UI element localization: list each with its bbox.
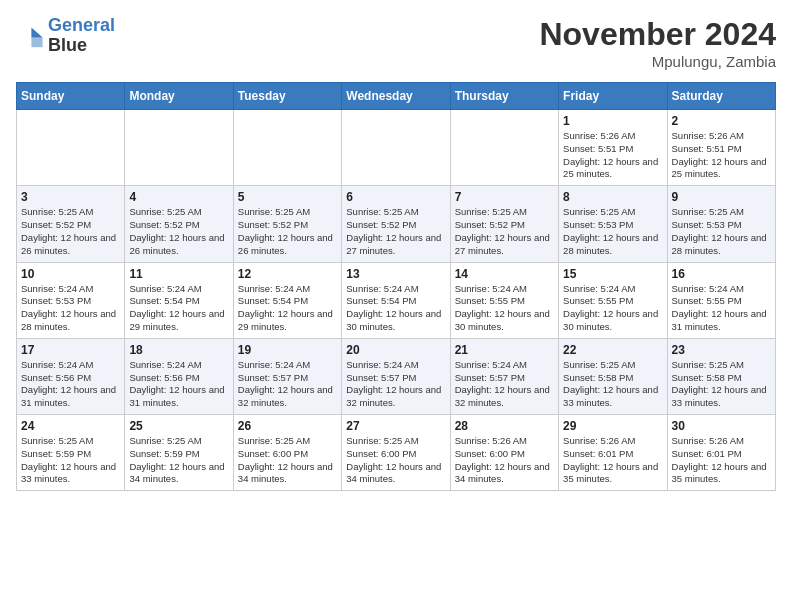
- calendar-day-cell: 20Sunrise: 5:24 AM Sunset: 5:57 PM Dayli…: [342, 338, 450, 414]
- weekday-header-row: SundayMondayTuesdayWednesdayThursdayFrid…: [17, 83, 776, 110]
- day-number: 20: [346, 343, 445, 357]
- day-number: 13: [346, 267, 445, 281]
- calendar-day-cell: 3Sunrise: 5:25 AM Sunset: 5:52 PM Daylig…: [17, 186, 125, 262]
- weekday-header: Friday: [559, 83, 667, 110]
- calendar-day-cell: 1Sunrise: 5:26 AM Sunset: 5:51 PM Daylig…: [559, 110, 667, 186]
- svg-marker-0: [31, 27, 42, 37]
- day-number: 9: [672, 190, 771, 204]
- day-number: 16: [672, 267, 771, 281]
- title-block: November 2024 Mpulungu, Zambia: [539, 16, 776, 70]
- weekday-header: Monday: [125, 83, 233, 110]
- day-info: Sunrise: 5:25 AM Sunset: 5:52 PM Dayligh…: [129, 206, 228, 257]
- calendar-day-cell: 10Sunrise: 5:24 AM Sunset: 5:53 PM Dayli…: [17, 262, 125, 338]
- day-number: 10: [21, 267, 120, 281]
- calendar-day-cell: 18Sunrise: 5:24 AM Sunset: 5:56 PM Dayli…: [125, 338, 233, 414]
- logo: General Blue: [16, 16, 115, 56]
- day-info: Sunrise: 5:24 AM Sunset: 5:56 PM Dayligh…: [129, 359, 228, 410]
- calendar-day-cell: [125, 110, 233, 186]
- day-number: 11: [129, 267, 228, 281]
- calendar-day-cell: 28Sunrise: 5:26 AM Sunset: 6:00 PM Dayli…: [450, 415, 558, 491]
- day-info: Sunrise: 5:26 AM Sunset: 6:01 PM Dayligh…: [672, 435, 771, 486]
- day-info: Sunrise: 5:25 AM Sunset: 6:00 PM Dayligh…: [238, 435, 337, 486]
- calendar-day-cell: 11Sunrise: 5:24 AM Sunset: 5:54 PM Dayli…: [125, 262, 233, 338]
- day-info: Sunrise: 5:24 AM Sunset: 5:57 PM Dayligh…: [346, 359, 445, 410]
- day-info: Sunrise: 5:24 AM Sunset: 5:55 PM Dayligh…: [672, 283, 771, 334]
- calendar-day-cell: [233, 110, 341, 186]
- calendar-day-cell: 14Sunrise: 5:24 AM Sunset: 5:55 PM Dayli…: [450, 262, 558, 338]
- calendar-week-row: 3Sunrise: 5:25 AM Sunset: 5:52 PM Daylig…: [17, 186, 776, 262]
- day-number: 28: [455, 419, 554, 433]
- calendar-day-cell: 29Sunrise: 5:26 AM Sunset: 6:01 PM Dayli…: [559, 415, 667, 491]
- day-info: Sunrise: 5:25 AM Sunset: 5:59 PM Dayligh…: [21, 435, 120, 486]
- month-title: November 2024: [539, 16, 776, 53]
- day-number: 14: [455, 267, 554, 281]
- calendar-day-cell: 16Sunrise: 5:24 AM Sunset: 5:55 PM Dayli…: [667, 262, 775, 338]
- calendar-week-row: 1Sunrise: 5:26 AM Sunset: 5:51 PM Daylig…: [17, 110, 776, 186]
- svg-marker-1: [31, 37, 42, 47]
- day-number: 23: [672, 343, 771, 357]
- day-info: Sunrise: 5:25 AM Sunset: 5:52 PM Dayligh…: [346, 206, 445, 257]
- day-number: 27: [346, 419, 445, 433]
- location-subtitle: Mpulungu, Zambia: [539, 53, 776, 70]
- day-info: Sunrise: 5:24 AM Sunset: 5:57 PM Dayligh…: [238, 359, 337, 410]
- day-number: 3: [21, 190, 120, 204]
- day-info: Sunrise: 5:26 AM Sunset: 6:00 PM Dayligh…: [455, 435, 554, 486]
- calendar-day-cell: 9Sunrise: 5:25 AM Sunset: 5:53 PM Daylig…: [667, 186, 775, 262]
- day-number: 17: [21, 343, 120, 357]
- calendar-day-cell: 23Sunrise: 5:25 AM Sunset: 5:58 PM Dayli…: [667, 338, 775, 414]
- day-info: Sunrise: 5:25 AM Sunset: 5:52 PM Dayligh…: [21, 206, 120, 257]
- calendar-day-cell: 26Sunrise: 5:25 AM Sunset: 6:00 PM Dayli…: [233, 415, 341, 491]
- page-header: General Blue November 2024 Mpulungu, Zam…: [16, 16, 776, 70]
- day-number: 8: [563, 190, 662, 204]
- weekday-header: Sunday: [17, 83, 125, 110]
- day-number: 12: [238, 267, 337, 281]
- calendar-day-cell: [450, 110, 558, 186]
- calendar-day-cell: 30Sunrise: 5:26 AM Sunset: 6:01 PM Dayli…: [667, 415, 775, 491]
- day-info: Sunrise: 5:26 AM Sunset: 5:51 PM Dayligh…: [672, 130, 771, 181]
- day-number: 1: [563, 114, 662, 128]
- day-info: Sunrise: 5:24 AM Sunset: 5:56 PM Dayligh…: [21, 359, 120, 410]
- weekday-header: Thursday: [450, 83, 558, 110]
- calendar-week-row: 10Sunrise: 5:24 AM Sunset: 5:53 PM Dayli…: [17, 262, 776, 338]
- day-number: 22: [563, 343, 662, 357]
- day-info: Sunrise: 5:25 AM Sunset: 5:53 PM Dayligh…: [563, 206, 662, 257]
- day-number: 24: [21, 419, 120, 433]
- day-info: Sunrise: 5:25 AM Sunset: 5:58 PM Dayligh…: [563, 359, 662, 410]
- calendar-day-cell: 19Sunrise: 5:24 AM Sunset: 5:57 PM Dayli…: [233, 338, 341, 414]
- day-number: 25: [129, 419, 228, 433]
- day-info: Sunrise: 5:26 AM Sunset: 5:51 PM Dayligh…: [563, 130, 662, 181]
- calendar-day-cell: [342, 110, 450, 186]
- day-info: Sunrise: 5:24 AM Sunset: 5:53 PM Dayligh…: [21, 283, 120, 334]
- weekday-header: Tuesday: [233, 83, 341, 110]
- day-info: Sunrise: 5:25 AM Sunset: 5:58 PM Dayligh…: [672, 359, 771, 410]
- day-info: Sunrise: 5:24 AM Sunset: 5:55 PM Dayligh…: [563, 283, 662, 334]
- day-info: Sunrise: 5:24 AM Sunset: 5:54 PM Dayligh…: [129, 283, 228, 334]
- calendar-day-cell: 6Sunrise: 5:25 AM Sunset: 5:52 PM Daylig…: [342, 186, 450, 262]
- weekday-header: Wednesday: [342, 83, 450, 110]
- day-info: Sunrise: 5:25 AM Sunset: 5:59 PM Dayligh…: [129, 435, 228, 486]
- calendar-week-row: 24Sunrise: 5:25 AM Sunset: 5:59 PM Dayli…: [17, 415, 776, 491]
- day-info: Sunrise: 5:24 AM Sunset: 5:57 PM Dayligh…: [455, 359, 554, 410]
- day-info: Sunrise: 5:26 AM Sunset: 6:01 PM Dayligh…: [563, 435, 662, 486]
- calendar-day-cell: 15Sunrise: 5:24 AM Sunset: 5:55 PM Dayli…: [559, 262, 667, 338]
- day-info: Sunrise: 5:25 AM Sunset: 5:52 PM Dayligh…: [455, 206, 554, 257]
- calendar-day-cell: 25Sunrise: 5:25 AM Sunset: 5:59 PM Dayli…: [125, 415, 233, 491]
- calendar-day-cell: 13Sunrise: 5:24 AM Sunset: 5:54 PM Dayli…: [342, 262, 450, 338]
- calendar-day-cell: [17, 110, 125, 186]
- calendar-day-cell: 21Sunrise: 5:24 AM Sunset: 5:57 PM Dayli…: [450, 338, 558, 414]
- day-number: 21: [455, 343, 554, 357]
- day-number: 15: [563, 267, 662, 281]
- calendar-day-cell: 2Sunrise: 5:26 AM Sunset: 5:51 PM Daylig…: [667, 110, 775, 186]
- calendar-day-cell: 12Sunrise: 5:24 AM Sunset: 5:54 PM Dayli…: [233, 262, 341, 338]
- day-info: Sunrise: 5:25 AM Sunset: 5:52 PM Dayligh…: [238, 206, 337, 257]
- calendar-day-cell: 5Sunrise: 5:25 AM Sunset: 5:52 PM Daylig…: [233, 186, 341, 262]
- logo-icon: [16, 22, 44, 50]
- day-info: Sunrise: 5:25 AM Sunset: 5:53 PM Dayligh…: [672, 206, 771, 257]
- day-number: 2: [672, 114, 771, 128]
- calendar-week-row: 17Sunrise: 5:24 AM Sunset: 5:56 PM Dayli…: [17, 338, 776, 414]
- day-info: Sunrise: 5:24 AM Sunset: 5:55 PM Dayligh…: [455, 283, 554, 334]
- calendar-day-cell: 24Sunrise: 5:25 AM Sunset: 5:59 PM Dayli…: [17, 415, 125, 491]
- calendar-day-cell: 8Sunrise: 5:25 AM Sunset: 5:53 PM Daylig…: [559, 186, 667, 262]
- day-number: 19: [238, 343, 337, 357]
- day-number: 18: [129, 343, 228, 357]
